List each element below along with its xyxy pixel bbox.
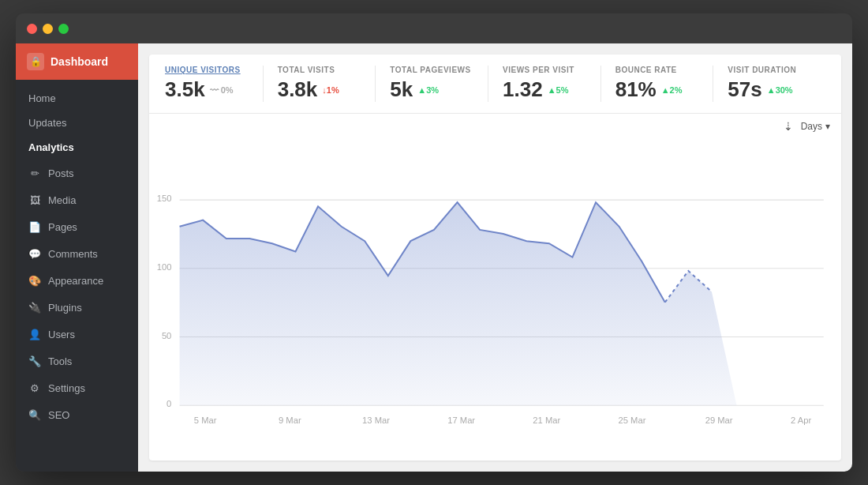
svg-text:50: 50 (162, 331, 171, 340)
svg-text:21 Mar: 21 Mar (533, 415, 560, 425)
svg-text:29 Mar: 29 Mar (705, 415, 733, 425)
posts-icon: ✏ (28, 167, 41, 179)
stat-change-visit-duration: ▲30% (767, 85, 793, 95)
stat-value-bounce-rate: 81% (615, 77, 657, 102)
stat-unique-visitors: UNIQUE VISITORS 3.5k 〰 0% (165, 66, 264, 102)
days-selector[interactable]: Days ▾ (801, 120, 830, 133)
svg-text:150: 150 (157, 194, 171, 203)
sidebar-item-appearance[interactable]: 🎨 Appearance (16, 267, 138, 294)
comments-icon: 💬 (28, 247, 41, 260)
sidebar-item-label: Pages (48, 221, 77, 233)
sidebar-item-seo[interactable]: 🔍 SEO (16, 401, 138, 428)
sidebar-nav: Home Updates Analytics ✏ Posts 🖼 Media 📄… (16, 80, 138, 434)
sidebar-item-label: Settings (48, 382, 85, 394)
sidebar-item-label: Posts (48, 167, 74, 179)
sidebar: 🔒 Dashboard Home Updates Analytics ✏ Pos… (16, 43, 138, 472)
stat-visit-duration: VISIT DURATION 57s ▲30% (728, 66, 825, 102)
titlebar (16, 13, 852, 43)
sidebar-item-label: Users (48, 329, 75, 340)
sidebar-brand[interactable]: 🔒 Dashboard (16, 43, 138, 80)
close-button[interactable] (27, 24, 37, 34)
stat-bounce-rate: BOUNCE RATE 81% ▲2% (615, 66, 714, 102)
stat-value-total-visits: 3.8k (278, 77, 318, 102)
svg-text:100: 100 (157, 262, 171, 272)
stat-total-visits: TOTAL VISITS 3.8k ↓1% (278, 66, 376, 102)
traffic-lights (27, 24, 69, 34)
svg-text:2 Apr: 2 Apr (791, 415, 811, 425)
chart-area: 0 50 100 150 5 Mar 9 Mar 13 Mar 17 M (149, 136, 841, 461)
stats-row: UNIQUE VISITORS 3.5k 〰 0% TOTAL VISITS 3… (149, 55, 841, 114)
stat-change-total-visits: ↓1% (322, 85, 339, 95)
sidebar-item-label: Plugins (48, 302, 82, 314)
stat-label-bounce-rate: BOUNCE RATE (615, 66, 699, 74)
sidebar-item-posts[interactable]: ✏ Posts (16, 160, 138, 186)
plugins-icon: 🔌 (28, 301, 41, 314)
sidebar-item-label: Media (48, 194, 76, 206)
stat-label-views-per-visit: VIEWS PER VISIT (503, 66, 586, 74)
media-icon: 🖼 (28, 194, 41, 206)
appearance-icon: 🎨 (28, 274, 41, 287)
sidebar-item-label: Tools (48, 355, 72, 367)
app-body: 🔒 Dashboard Home Updates Analytics ✏ Pos… (16, 43, 852, 472)
seo-icon: 🔍 (28, 408, 41, 421)
svg-text:5 Mar: 5 Mar (194, 415, 217, 425)
main-window: 🔒 Dashboard Home Updates Analytics ✏ Pos… (16, 13, 852, 472)
stat-change-views-per-visit: ▲5% (548, 85, 569, 95)
sidebar-item-analytics[interactable]: Analytics (16, 135, 138, 160)
stat-views-per-visit: VIEWS PER VISIT 1.32 ▲5% (503, 66, 601, 102)
stat-label-unique-visitors[interactable]: UNIQUE VISITORS (165, 66, 249, 74)
stat-value-unique-visitors: 3.5k (165, 77, 205, 102)
sidebar-item-label: Appearance (48, 275, 103, 287)
svg-text:25 Mar: 25 Mar (618, 415, 645, 425)
sidebar-item-media[interactable]: 🖼 Media (16, 186, 138, 213)
download-button[interactable]: ⇣ (784, 120, 793, 133)
tools-icon: 🔧 (28, 355, 41, 367)
svg-text:0: 0 (166, 399, 171, 408)
maximize-button[interactable] (58, 24, 69, 34)
minimize-button[interactable] (43, 24, 53, 34)
settings-icon: ⚙ (28, 382, 41, 394)
stat-value-visit-duration: 57s (728, 77, 761, 102)
stat-change-unique-visitors: 〰 0% (210, 85, 234, 95)
sidebar-item-home[interactable]: Home (16, 86, 138, 111)
sidebar-item-updates[interactable]: Updates (16, 111, 138, 135)
stat-label-total-pageviews: TOTAL PAGEVIEWS (390, 66, 473, 74)
analytics-panel: UNIQUE VISITORS 3.5k 〰 0% TOTAL VISITS 3… (149, 55, 841, 461)
sidebar-item-tools[interactable]: 🔧 Tools (16, 348, 138, 374)
stat-change-total-pageviews: ▲3% (417, 85, 439, 95)
svg-text:9 Mar: 9 Mar (279, 415, 301, 425)
stat-total-pageviews: TOTAL PAGEVIEWS 5k ▲3% (390, 66, 488, 102)
stat-label-total-visits: TOTAL VISITS (278, 66, 361, 74)
sidebar-item-plugins[interactable]: 🔌 Plugins (16, 294, 138, 321)
brand-icon: 🔒 (27, 53, 44, 70)
svg-text:17 Mar: 17 Mar (447, 415, 475, 425)
brand-label: Dashboard (51, 55, 108, 68)
line-chart: 0 50 100 150 5 Mar 9 Mar 13 Mar 17 M (157, 136, 833, 453)
users-icon: 👤 (28, 328, 41, 340)
days-label: Days (801, 121, 822, 132)
stat-value-views-per-visit: 1.32 (503, 77, 543, 102)
chart-fill-area (180, 202, 737, 405)
stat-label-visit-duration: VISIT DURATION (728, 66, 811, 74)
sidebar-item-users[interactable]: 👤 Users (16, 321, 138, 348)
svg-text:13 Mar: 13 Mar (362, 415, 390, 425)
pages-icon: 📄 (28, 220, 41, 233)
chart-toolbar: ⇣ Days ▾ (149, 114, 841, 136)
stat-value-total-pageviews: 5k (390, 77, 413, 102)
sidebar-item-settings[interactable]: ⚙ Settings (16, 374, 138, 401)
sidebar-item-label: Comments (48, 248, 98, 260)
sidebar-item-comments[interactable]: 💬 Comments (16, 240, 138, 267)
sidebar-item-label: SEO (48, 409, 69, 421)
main-content: UNIQUE VISITORS 3.5k 〰 0% TOTAL VISITS 3… (138, 43, 852, 472)
stat-change-bounce-rate: ▲2% (661, 85, 683, 95)
chevron-down-icon: ▾ (825, 121, 830, 132)
sidebar-item-pages[interactable]: 📄 Pages (16, 213, 138, 240)
